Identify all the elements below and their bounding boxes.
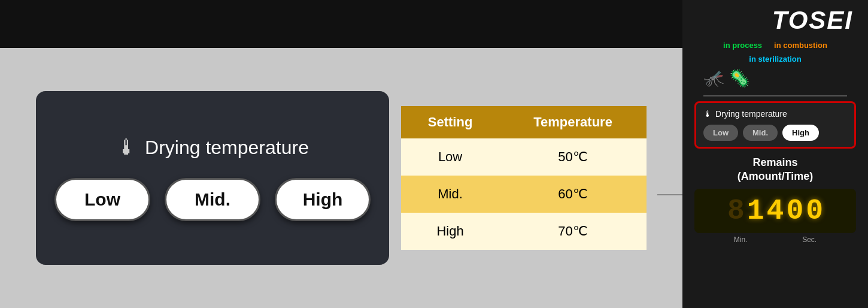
thermometer-icon: 🌡 — [116, 135, 138, 160]
digital-display: 8 1 4 0 0 — [694, 189, 856, 233]
digit-0-1: 0 — [786, 195, 803, 227]
mini-button-row: Low Mid. High — [703, 125, 847, 141]
bug-icon-2: 🦠 — [729, 68, 750, 88]
in-combustion-label: in combustion — [774, 41, 827, 50]
remains-section: Remains(Amount/Time) 8 1 4 0 0 Min. Sec. — [694, 156, 856, 244]
drying-temp-title: Drying temperature — [145, 137, 309, 159]
row-high-setting: High — [401, 213, 499, 250]
button-row: Low Mid. High — [54, 178, 371, 221]
min-label: Min. — [734, 235, 748, 244]
row-high-temp: 70℃ — [499, 213, 647, 250]
mini-high-button[interactable]: High — [782, 125, 819, 141]
digit-dim-8: 8 — [727, 195, 745, 227]
mini-low-button[interactable]: Low — [703, 125, 738, 141]
mini-thermo-icon: 🌡 — [703, 109, 712, 119]
bug-icon-1: 🦟 — [703, 68, 724, 88]
tosei-logo: TOSEI — [772, 6, 859, 35]
status-row: in process in combustion — [723, 41, 827, 50]
table-row: High 70℃ — [401, 213, 647, 250]
sec-label: Sec. — [802, 235, 817, 244]
temp-table: Setting Temperature Low 50℃ Mid. 60℃ Hig… — [401, 106, 647, 250]
right-sidebar: TOSEI in process in combustion in steril… — [682, 0, 868, 308]
in-process-label: in process — [723, 41, 762, 50]
row-low-temp: 50℃ — [499, 138, 647, 176]
col-temperature: Temperature — [499, 106, 647, 138]
digit-1: 1 — [747, 195, 764, 227]
col-setting: Setting — [401, 106, 499, 138]
digit-0-2: 0 — [806, 195, 823, 227]
remains-title: Remains(Amount/Time) — [694, 156, 856, 184]
left-panel: 🌡 Drying temperature Low Mid. High — [36, 91, 389, 265]
row-low-setting: Low — [401, 138, 499, 176]
row-mid-temp: 60℃ — [499, 176, 647, 213]
mid-button[interactable]: Mid. — [165, 178, 260, 221]
main-area: 🌡 Drying temperature Low Mid. High Setti… — [0, 48, 682, 308]
digit-4: 4 — [767, 195, 784, 227]
connector-line — [657, 194, 684, 195]
low-button[interactable]: Low — [54, 178, 150, 221]
high-button[interactable]: High — [275, 178, 371, 221]
table-row: Mid. 60℃ — [401, 176, 647, 213]
bug-row: 🦟 🦠 — [691, 68, 750, 88]
mini-drying-panel: 🌡 Drying temperature Low Mid. High — [694, 101, 856, 149]
table-row: Low 50℃ — [401, 138, 647, 176]
row-mid-setting: Mid. — [401, 176, 499, 213]
divider-line — [703, 95, 847, 96]
time-labels: Min. Sec. — [694, 235, 856, 244]
panel-title: 🌡 Drying temperature — [116, 135, 309, 160]
in-sterilization-label: in sterilization — [749, 55, 801, 64]
mini-title-text: Drying temperature — [715, 109, 787, 119]
temp-table-panel: Setting Temperature Low 50℃ Mid. 60℃ Hig… — [401, 106, 647, 250]
mini-mid-button[interactable]: Mid. — [743, 125, 778, 141]
mini-panel-title: 🌡 Drying temperature — [703, 109, 847, 119]
